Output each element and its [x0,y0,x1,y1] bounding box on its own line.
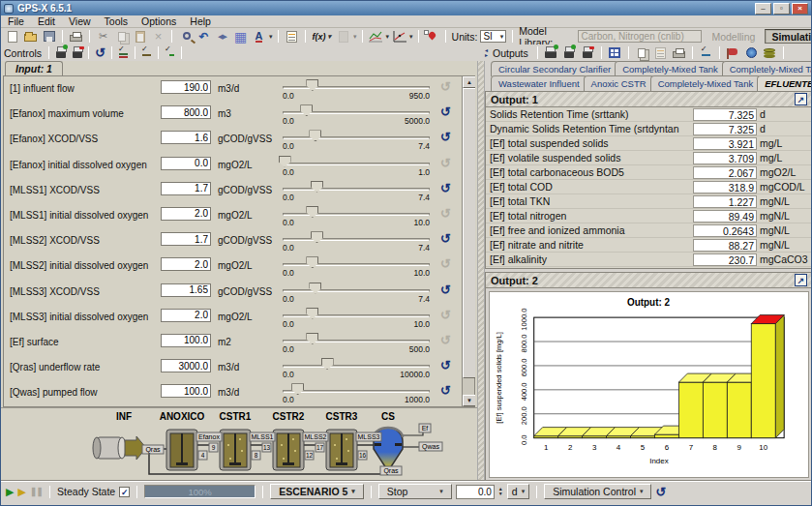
reset-parameter-icon[interactable]: ↺ [440,131,451,143]
menu-edit[interactable]: Edit [31,15,62,27]
slider-thumb[interactable] [306,206,318,218]
restore-button[interactable]: ▫ [773,3,790,15]
scenario-button[interactable]: ESCENARIO 5▾ [270,484,364,499]
new-file-icon[interactable] [4,29,20,44]
reset-parameter-icon[interactable]: ↺ [440,157,451,169]
parameter-value-input[interactable] [161,131,211,144]
menu-help[interactable]: Help [183,15,218,27]
export-caret-icon[interactable]: ▾ [353,33,357,41]
output-tab-active[interactable]: EFLUENTE [757,75,812,91]
parameter-value-input[interactable] [161,157,211,170]
tab-input-1[interactable]: Input: 1 [5,61,63,75]
reset-parameter-icon[interactable]: ↺ [440,334,451,346]
slider-track[interactable] [283,263,430,266]
chart-lines-icon[interactable] [368,29,384,44]
menu-file[interactable]: File [1,15,31,27]
parameters-scrollbar[interactable]: ▲ ▼ [462,76,474,406]
reset-parameter-icon[interactable]: ↺ [440,283,451,296]
parameter-slider[interactable]: 0.0 1000.0 [283,381,430,404]
minimize-button[interactable]: – [755,3,771,15]
slider-thumb[interactable] [309,130,321,141]
reset-parameter-icon[interactable]: ↺ [440,257,451,270]
close-button[interactable]: × [792,3,808,15]
slider-thumb[interactable] [306,308,318,319]
slider-track[interactable] [283,213,430,216]
remove-output-icon[interactable] [580,46,596,60]
slider-track[interactable] [283,136,430,139]
chart-axes-caret-icon[interactable]: ▾ [409,33,413,41]
slider-thumb[interactable] [306,79,318,91]
parameter-slider[interactable]: 0.0 10.0 [283,204,430,227]
checkbox-run-icon[interactable] [162,46,178,60]
chart-settings-icon[interactable] [698,46,714,60]
parameter-value-input[interactable] [161,359,211,372]
expand-output2-icon[interactable]: ↗ [795,274,807,286]
table-view-icon[interactable] [607,46,623,60]
chart-lines-caret-icon[interactable]: ▾ [386,33,390,41]
parameter-slider[interactable]: 0.0 7.4 [283,128,430,151]
output-tab[interactable]: Completely-Mixed Tank [615,61,726,76]
print-icon[interactable] [68,29,84,44]
slider-track[interactable] [283,314,430,317]
time-unit-dropdown[interactable]: d▾ [507,484,529,499]
delete-icon[interactable]: × [150,29,166,44]
time-input[interactable]: 0.0 [456,485,495,499]
slider-track[interactable] [283,390,430,393]
parameter-slider[interactable]: 0.0 10.0 [283,306,430,329]
simulation-button[interactable]: Simulation [765,29,812,44]
globe-wrench-icon[interactable] [743,46,760,60]
parameter-slider[interactable]: 0.0 7.4 [283,281,430,304]
reset-controls-icon[interactable]: ↺ [92,46,108,60]
slider-thumb[interactable] [300,104,313,116]
font-icon[interactable]: A [251,29,267,44]
parameter-value-input[interactable] [161,257,211,271]
parameter-value-input[interactable] [161,283,211,297]
slider-track[interactable] [283,188,430,191]
parameter-slider[interactable]: 0.0 950.0 [283,77,430,101]
pause-icon[interactable]: ❚❚ [30,487,43,496]
steady-state-checkbox[interactable]: ✓ [119,487,130,497]
reset-parameter-icon[interactable]: ↺ [440,207,451,220]
reset-parameter-icon[interactable]: ↺ [440,80,451,93]
add-control-icon[interactable] [52,46,69,60]
cut-icon[interactable]: ✂ [95,29,111,44]
slider-track[interactable] [283,365,430,368]
control-list-icon[interactable] [115,46,132,60]
simulation-control-button[interactable]: Simulation Control▾ [544,484,651,499]
parameter-slider[interactable]: 0.0 5000.0 [283,103,430,126]
parameter-value-input[interactable] [161,207,211,221]
locator-pin-icon[interactable] [424,29,440,44]
open-file-icon[interactable] [22,29,39,44]
edit-output-icon[interactable] [652,46,669,60]
slider-track[interactable] [283,289,430,292]
paste-icon[interactable] [132,29,148,44]
slider-thumb[interactable] [291,383,304,395]
edit-note-icon[interactable] [284,29,300,44]
reset-simulation-icon[interactable]: ↺ [655,485,666,499]
parameter-value-input[interactable] [161,105,211,119]
save-icon[interactable] [41,29,57,44]
database-icon[interactable] [762,46,778,60]
slider-thumb[interactable] [321,358,334,370]
parameter-slider[interactable]: 0.0 1.0 [283,154,430,177]
units-select[interactable]: SI▾ [480,30,506,43]
zoom-icon[interactable] [177,29,194,44]
step-run-icon[interactable]: ▶ [17,486,25,498]
reset-parameter-icon[interactable]: ↺ [440,232,451,245]
copy-icon[interactable] [113,29,130,44]
copy-output-icon[interactable] [634,46,650,60]
font-caret-icon[interactable]: ▾ [269,33,273,41]
print-output-icon[interactable] [671,46,687,60]
panel-splitter[interactable] [477,61,485,480]
output-tab[interactable]: Completely-Mixed Tank [650,75,762,91]
parameter-value-input[interactable] [161,384,211,398]
fx-function-button[interactable]: f(x)▾ [311,32,334,42]
parameter-slider[interactable]: 0.0 7.4 [283,179,430,202]
parameter-slider[interactable]: 0.0 7.4 [283,229,430,253]
run-icon[interactable]: ▶ [6,486,14,498]
parameter-slider[interactable]: 0.0 500.0 [283,331,430,354]
slider-thumb[interactable] [306,333,318,344]
slider-track[interactable] [283,163,430,165]
time-spinner[interactable]: ▲▼ [498,487,503,496]
scroll-up-icon[interactable]: ▲ [463,76,475,88]
